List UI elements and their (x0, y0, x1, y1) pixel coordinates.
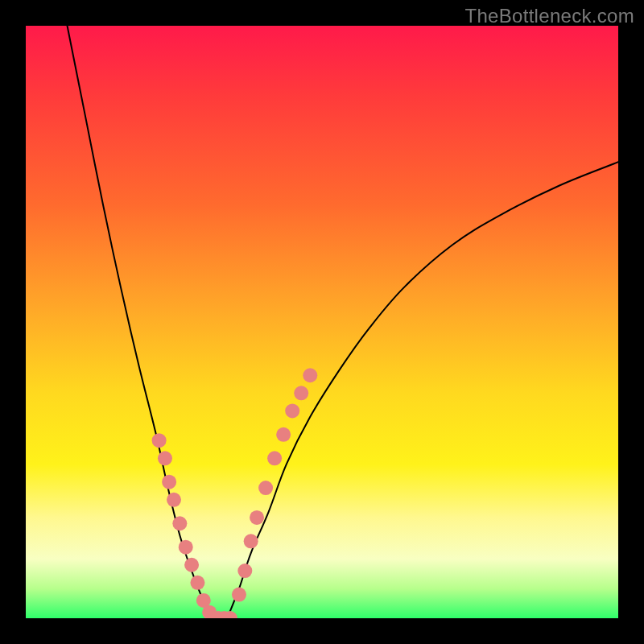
data-dot (158, 451, 172, 465)
data-dot (250, 510, 264, 525)
data-dot (294, 386, 308, 400)
data-dot (303, 368, 317, 382)
plot-area (26, 26, 618, 618)
data-dot (276, 427, 291, 442)
data-dot (237, 564, 252, 578)
data-dot (167, 493, 181, 507)
data-dot (172, 516, 187, 530)
data-dot (267, 451, 282, 465)
chart-svg (26, 26, 618, 618)
right-curve (227, 162, 618, 618)
data-dot (152, 433, 167, 448)
chart-frame: TheBottleneck.com (0, 0, 644, 644)
data-dot (244, 534, 258, 548)
data-dot (162, 475, 176, 489)
data-dot (258, 481, 273, 495)
data-dot (285, 403, 299, 418)
data-dot (190, 576, 204, 590)
data-dot (232, 588, 246, 602)
data-dot (184, 558, 199, 572)
data-dot (179, 540, 193, 555)
left-curve (68, 26, 216, 618)
watermark-text: TheBottleneck.com (464, 5, 634, 27)
